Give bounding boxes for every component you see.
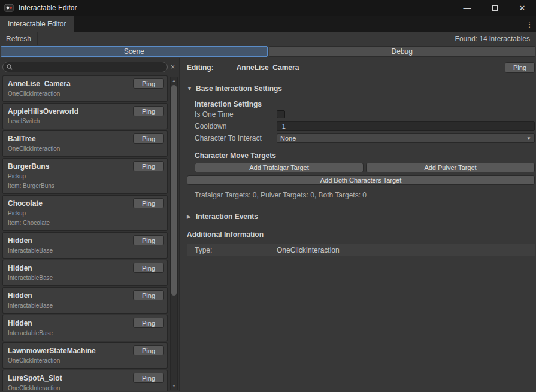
- item-name: Hidden: [8, 319, 32, 327]
- toolbar: Refresh Found: 14 interactables: [0, 32, 536, 45]
- cooldown-label: Cooldown: [195, 122, 277, 130]
- list-item[interactable]: BallTreePingOneClickInteraction: [2, 130, 168, 157]
- interaction-settings-header: Interaction Settings: [195, 100, 535, 108]
- scrollbar-thumb[interactable]: [171, 85, 177, 296]
- list-item[interactable]: HiddenPingInteractableBase: [2, 260, 168, 286]
- is-one-time-label: Is One Time: [195, 110, 277, 118]
- foldout-base-interaction-settings[interactable]: ▼ Base Interaction Settings: [187, 84, 535, 93]
- view-tabs: Scene Debug: [0, 45, 536, 58]
- ping-button[interactable]: Ping: [133, 78, 164, 89]
- list-item[interactable]: AnneLise_CameraPingOneClickInteraction: [2, 75, 168, 102]
- maximize-button[interactable]: [481, 0, 508, 16]
- item-header: HiddenPing: [8, 318, 164, 327]
- scroll-down-icon[interactable]: ▼: [171, 383, 177, 389]
- list-item[interactable]: ChocolatePingPickupItem: Chocolate: [2, 195, 168, 231]
- close-button[interactable]: ✕: [508, 0, 536, 16]
- item-header: AppleHillsOverworldPing: [8, 107, 164, 116]
- foldout-label: Base Interaction Settings: [196, 84, 282, 93]
- list-item[interactable]: HiddenPingInteractableBase: [2, 232, 168, 259]
- ping-button[interactable]: Ping: [133, 345, 164, 355]
- scroll-up-icon[interactable]: ▲: [171, 78, 177, 84]
- ping-button[interactable]: Ping: [133, 235, 164, 245]
- item-name: Hidden: [8, 236, 32, 245]
- list-item[interactable]: HiddenPingInteractableBase: [2, 315, 168, 341]
- editing-value: AnneLise_Camera: [237, 63, 299, 72]
- is-one-time-checkbox[interactable]: [277, 110, 285, 118]
- additional-information-header: Additional Information: [187, 230, 535, 239]
- maximize-icon: [492, 5, 498, 11]
- item-subtitle: Pickup: [8, 210, 164, 217]
- add-trafalgar-target-button[interactable]: Add Trafalgar Target: [195, 163, 364, 172]
- dropdown-selected-value: None: [280, 135, 296, 142]
- foldout-interaction-events[interactable]: ▶ Interaction Events: [187, 212, 535, 221]
- editing-label: Editing:: [187, 63, 214, 72]
- add-target-buttons: Add Trafalgar Target Add Pulver Target: [195, 163, 535, 172]
- cooldown-row: Cooldown -1: [195, 120, 535, 132]
- type-label: Type:: [195, 246, 277, 254]
- item-subtitle: InteractableBase: [8, 275, 164, 282]
- type-row: Type: OneClickInteraction: [187, 244, 535, 256]
- item-header: LawnmowerStateMachinePing: [8, 346, 164, 355]
- chevron-down-icon: ▼: [526, 136, 531, 141]
- item-name: BurgerBuns: [8, 162, 49, 171]
- window-controls: — ✕: [453, 0, 536, 16]
- document-tabbar: Interactable Editor ⋮: [0, 16, 536, 32]
- item-header: HiddenPing: [8, 236, 164, 245]
- item-subtitle: LevelSwitch: [8, 118, 164, 125]
- window-titlebar: Interactable Editor — ✕: [0, 0, 536, 16]
- search-input[interactable]: [15, 63, 163, 71]
- ping-button[interactable]: Ping: [133, 133, 164, 144]
- item-name: Hidden: [8, 264, 32, 272]
- list-item[interactable]: HiddenPingInteractableBase: [2, 287, 168, 314]
- character-move-targets-header: Character Move Targets: [195, 151, 535, 160]
- list-item[interactable]: BurgerBunsPingPickupItem: BurgerBuns: [2, 158, 168, 194]
- foldout-closed-icon: ▶: [187, 214, 193, 220]
- tab-debug[interactable]: Debug: [269, 46, 536, 57]
- minimize-button[interactable]: —: [453, 0, 481, 16]
- item-header: AnneLise_CameraPing: [8, 79, 164, 88]
- item-subtitle: OneClickInteraction: [8, 90, 164, 98]
- list-item[interactable]: LawnmowerStateMachinePingOneClickInterac…: [2, 342, 168, 369]
- targets-summary: Trafalgar Targets: 0, Pulver Targets: 0,…: [195, 191, 535, 199]
- add-pulver-target-button[interactable]: Add Pulver Target: [366, 163, 535, 172]
- refresh-button[interactable]: Refresh: [0, 32, 38, 45]
- window-menu-icon[interactable]: ⋮: [523, 16, 536, 32]
- item-name: Chocolate: [8, 199, 43, 208]
- item-subtitle: InteractableBase: [8, 247, 164, 254]
- search-clear-button[interactable]: ×: [168, 63, 178, 71]
- tab-scene[interactable]: Scene: [1, 46, 268, 57]
- cooldown-input[interactable]: -1: [277, 121, 535, 131]
- type-value: OneClickInteraction: [277, 246, 340, 254]
- item-subtitle: Pickup: [8, 173, 164, 180]
- inspector-header: Editing: AnneLise_Camera Ping: [187, 62, 535, 74]
- ping-button[interactable]: Ping: [133, 263, 164, 273]
- ping-button[interactable]: Ping: [133, 106, 164, 116]
- item-header: BallTreePing: [8, 134, 164, 143]
- ping-button[interactable]: Ping: [133, 161, 164, 171]
- item-header: LureSpotA_SlotPing: [8, 373, 164, 382]
- item-name: AnneLise_Camera: [8, 80, 71, 88]
- foldout-label: Interaction Events: [196, 212, 258, 221]
- ping-button[interactable]: Ping: [133, 318, 164, 328]
- ping-button[interactable]: Ping: [505, 62, 535, 73]
- item-subtitle: OneClickInteraction: [8, 357, 164, 364]
- character-to-interact-dropdown[interactable]: None ▼: [277, 133, 535, 143]
- list-item[interactable]: AppleHillsOverworldPingLevelSwitch: [2, 103, 168, 129]
- item-name: BallTree: [8, 135, 36, 143]
- tab-interactable-editor[interactable]: Interactable Editor: [0, 16, 74, 32]
- list-item[interactable]: LureSpotA_SlotPingOneClickInteraction: [2, 370, 168, 391]
- item-header: HiddenPing: [8, 291, 164, 300]
- vertical-scrollbar[interactable]: ▲ ▼: [170, 77, 178, 390]
- add-both-characters-target-button[interactable]: Add Both Characters Target: [187, 175, 535, 185]
- main-content: × AnneLise_CameraPingOneClickInteraction…: [0, 58, 536, 391]
- search-icon: [7, 64, 13, 70]
- ping-button[interactable]: Ping: [133, 290, 164, 300]
- item-subtitle: InteractableBase: [8, 330, 164, 337]
- inspector-panel: Editing: AnneLise_Camera Ping ▼ Base Int…: [180, 58, 536, 391]
- ping-button[interactable]: Ping: [133, 373, 164, 383]
- foldout-open-icon: ▼: [187, 86, 193, 92]
- item-name: LawnmowerStateMachine: [8, 347, 96, 355]
- is-one-time-row: Is One Time: [195, 108, 535, 120]
- search-field[interactable]: [2, 62, 168, 72]
- ping-button[interactable]: Ping: [133, 198, 164, 208]
